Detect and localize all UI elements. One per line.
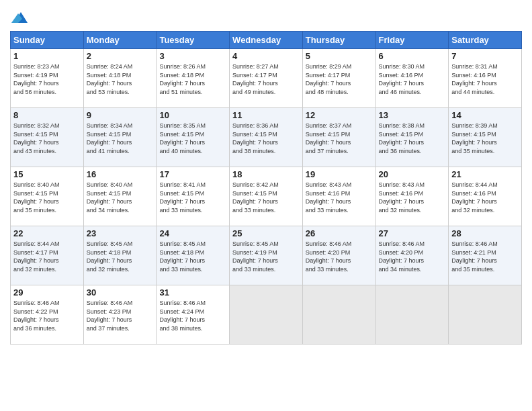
- cell-text: Sunrise: 8:40 AMSunset: 4:15 PMDaylight:…: [13, 181, 81, 214]
- day-number: 15: [13, 169, 81, 179]
- day-number: 4: [232, 51, 300, 61]
- logo-icon: [11, 9, 28, 26]
- day-number: 26: [306, 228, 373, 238]
- cell-text: Sunrise: 8:46 AMSunset: 4:24 PMDaylight:…: [159, 299, 226, 332]
- calendar-cell: 21Sunrise: 8:44 AMSunset: 4:16 PMDayligh…: [449, 167, 522, 226]
- cell-text: Sunrise: 8:26 AMSunset: 4:18 PMDaylight:…: [159, 62, 226, 96]
- calendar-cell: [375, 285, 449, 345]
- weekday-header-monday: Monday: [83, 32, 157, 49]
- day-number: 24: [159, 228, 226, 238]
- weekday-header-thursday: Thursday: [302, 32, 375, 49]
- calendar-cell: 19Sunrise: 8:43 AMSunset: 4:16 PMDayligh…: [302, 167, 375, 226]
- calendar-cell: 15Sunrise: 8:40 AMSunset: 4:15 PMDayligh…: [11, 167, 84, 226]
- cell-text: Sunrise: 8:23 AMSunset: 4:19 PMDaylight:…: [13, 62, 81, 96]
- day-number: 7: [451, 51, 519, 61]
- week-row-3: 15Sunrise: 8:40 AMSunset: 4:15 PMDayligh…: [11, 167, 522, 226]
- cell-text: Sunrise: 8:37 AMSunset: 4:15 PMDaylight:…: [306, 122, 373, 155]
- day-number: 3: [159, 51, 226, 61]
- calendar-cell: 7Sunrise: 8:31 AMSunset: 4:16 PMDaylight…: [449, 49, 522, 108]
- cell-text: Sunrise: 8:38 AMSunset: 4:15 PMDaylight:…: [379, 122, 446, 155]
- day-number: 6: [379, 51, 446, 61]
- cell-text: Sunrise: 8:36 AMSunset: 4:15 PMDaylight:…: [232, 122, 300, 155]
- day-number: 14: [451, 110, 519, 120]
- cell-text: Sunrise: 8:31 AMSunset: 4:16 PMDaylight:…: [451, 62, 519, 96]
- cell-text: Sunrise: 8:42 AMSunset: 4:15 PMDaylight:…: [232, 181, 300, 214]
- calendar-cell: 11Sunrise: 8:36 AMSunset: 4:15 PMDayligh…: [230, 108, 303, 167]
- day-number: 2: [87, 51, 154, 61]
- week-row-5: 29Sunrise: 8:46 AMSunset: 4:22 PMDayligh…: [11, 285, 522, 345]
- calendar-cell: 4Sunrise: 8:27 AMSunset: 4:17 PMDaylight…: [230, 49, 303, 108]
- cell-text: Sunrise: 8:27 AMSunset: 4:17 PMDaylight:…: [232, 62, 300, 96]
- calendar-cell: 24Sunrise: 8:45 AMSunset: 4:18 PMDayligh…: [157, 226, 230, 285]
- day-number: 29: [13, 287, 81, 298]
- calendar-cell: 18Sunrise: 8:42 AMSunset: 4:15 PMDayligh…: [230, 167, 303, 226]
- day-number: 17: [159, 169, 226, 179]
- calendar-cell: 5Sunrise: 8:29 AMSunset: 4:17 PMDaylight…: [302, 49, 375, 108]
- cell-text: Sunrise: 8:46 AMSunset: 4:21 PMDaylight:…: [451, 240, 519, 273]
- cell-text: Sunrise: 8:46 AMSunset: 4:20 PMDaylight:…: [306, 240, 373, 273]
- calendar-cell: [449, 285, 522, 345]
- cell-text: Sunrise: 8:45 AMSunset: 4:18 PMDaylight:…: [87, 240, 154, 273]
- calendar-cell: 30Sunrise: 8:46 AMSunset: 4:23 PMDayligh…: [83, 285, 157, 345]
- calendar-cell: 29Sunrise: 8:46 AMSunset: 4:22 PMDayligh…: [11, 285, 84, 345]
- day-number: 23: [87, 228, 154, 238]
- weekday-header-row: SundayMondayTuesdayWednesdayThursdayFrid…: [11, 32, 522, 49]
- week-row-2: 8Sunrise: 8:32 AMSunset: 4:15 PMDaylight…: [11, 108, 522, 167]
- day-number: 11: [232, 110, 300, 120]
- day-number: 21: [451, 169, 519, 179]
- calendar-cell: 25Sunrise: 8:45 AMSunset: 4:19 PMDayligh…: [230, 226, 303, 285]
- day-number: 12: [306, 110, 373, 120]
- calendar-cell: 12Sunrise: 8:37 AMSunset: 4:15 PMDayligh…: [302, 108, 375, 167]
- week-row-1: 1Sunrise: 8:23 AMSunset: 4:19 PMDaylight…: [11, 49, 522, 108]
- calendar-cell: 14Sunrise: 8:39 AMSunset: 4:15 PMDayligh…: [449, 108, 522, 167]
- day-number: 13: [379, 110, 446, 120]
- calendar-cell: 9Sunrise: 8:34 AMSunset: 4:15 PMDaylight…: [83, 108, 157, 167]
- calendar-cell: 16Sunrise: 8:40 AMSunset: 4:15 PMDayligh…: [83, 167, 157, 226]
- calendar-cell: 10Sunrise: 8:35 AMSunset: 4:15 PMDayligh…: [157, 108, 230, 167]
- calendar-cell: [230, 285, 303, 345]
- calendar-cell: 22Sunrise: 8:44 AMSunset: 4:17 PMDayligh…: [11, 226, 84, 285]
- calendar-cell: 17Sunrise: 8:41 AMSunset: 4:15 PMDayligh…: [157, 167, 230, 226]
- cell-text: Sunrise: 8:44 AMSunset: 4:16 PMDaylight:…: [451, 181, 519, 214]
- cell-text: Sunrise: 8:40 AMSunset: 4:15 PMDaylight:…: [87, 181, 154, 214]
- cell-text: Sunrise: 8:46 AMSunset: 4:23 PMDaylight:…: [87, 299, 154, 332]
- calendar-cell: 23Sunrise: 8:45 AMSunset: 4:18 PMDayligh…: [83, 226, 157, 285]
- cell-text: Sunrise: 8:41 AMSunset: 4:15 PMDaylight:…: [159, 181, 226, 214]
- cell-text: Sunrise: 8:29 AMSunset: 4:17 PMDaylight:…: [306, 62, 373, 96]
- day-number: 30: [87, 287, 154, 298]
- weekday-header-friday: Friday: [375, 32, 449, 49]
- day-number: 22: [13, 228, 81, 238]
- weekday-header-saturday: Saturday: [449, 32, 522, 49]
- calendar: SundayMondayTuesdayWednesdayThursdayFrid…: [10, 31, 522, 345]
- calendar-cell: 20Sunrise: 8:43 AMSunset: 4:16 PMDayligh…: [375, 167, 449, 226]
- cell-text: Sunrise: 8:24 AMSunset: 4:18 PMDaylight:…: [87, 62, 154, 96]
- cell-text: Sunrise: 8:34 AMSunset: 4:15 PMDaylight:…: [87, 122, 154, 155]
- calendar-cell: 8Sunrise: 8:32 AMSunset: 4:15 PMDaylight…: [11, 108, 84, 167]
- calendar-cell: 3Sunrise: 8:26 AMSunset: 4:18 PMDaylight…: [157, 49, 230, 108]
- cell-text: Sunrise: 8:39 AMSunset: 4:15 PMDaylight:…: [451, 122, 519, 155]
- day-number: 10: [159, 110, 226, 120]
- header: [10, 7, 522, 26]
- day-number: 9: [87, 110, 154, 120]
- calendar-cell: 27Sunrise: 8:46 AMSunset: 4:20 PMDayligh…: [375, 226, 449, 285]
- day-number: 1: [13, 51, 81, 61]
- cell-text: Sunrise: 8:45 AMSunset: 4:18 PMDaylight:…: [159, 240, 226, 273]
- cell-text: Sunrise: 8:46 AMSunset: 4:20 PMDaylight:…: [379, 240, 446, 273]
- calendar-cell: 1Sunrise: 8:23 AMSunset: 4:19 PMDaylight…: [11, 49, 84, 108]
- day-number: 16: [87, 169, 154, 179]
- day-number: 27: [379, 228, 446, 238]
- calendar-cell: 31Sunrise: 8:46 AMSunset: 4:24 PMDayligh…: [157, 285, 230, 345]
- weekday-header-tuesday: Tuesday: [157, 32, 230, 49]
- cell-text: Sunrise: 8:43 AMSunset: 4:16 PMDaylight:…: [379, 181, 446, 214]
- page: SundayMondayTuesdayWednesdayThursdayFrid…: [0, 0, 532, 411]
- weekday-header-sunday: Sunday: [11, 32, 84, 49]
- week-row-4: 22Sunrise: 8:44 AMSunset: 4:17 PMDayligh…: [11, 226, 522, 285]
- cell-text: Sunrise: 8:30 AMSunset: 4:16 PMDaylight:…: [379, 62, 446, 96]
- calendar-cell: [302, 285, 375, 345]
- day-number: 25: [232, 228, 300, 238]
- day-number: 8: [13, 110, 81, 120]
- day-number: 20: [379, 169, 446, 179]
- calendar-cell: 13Sunrise: 8:38 AMSunset: 4:15 PMDayligh…: [375, 108, 449, 167]
- cell-text: Sunrise: 8:46 AMSunset: 4:22 PMDaylight:…: [13, 299, 81, 332]
- weekday-header-wednesday: Wednesday: [230, 32, 303, 49]
